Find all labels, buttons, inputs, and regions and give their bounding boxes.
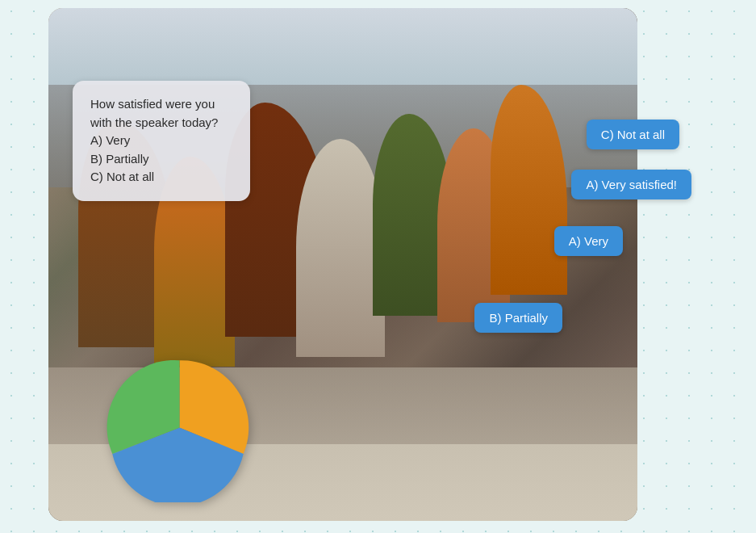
- answer-very-label: A) Very: [569, 234, 608, 248]
- question-text: How satisfied were you with the speaker …: [90, 95, 232, 187]
- answer-partially-label: B) Partially: [489, 311, 548, 325]
- answer-bubble-very: A) Very: [554, 226, 623, 256]
- answer-bubble-not-at-all: C) Not at all: [587, 120, 679, 149]
- person-7: [491, 85, 567, 295]
- pie-chart-container: [105, 353, 254, 502]
- answer-bubble-partially: B) Partially: [474, 303, 562, 333]
- answer-not-at-all-label: C) Not at all: [601, 128, 665, 141]
- answer-bubble-very-satisfied: A) Very satisfied!: [571, 170, 691, 199]
- answer-very-satisfied-label: A) Very satisfied!: [586, 178, 677, 191]
- pie-chart-svg: [105, 353, 254, 502]
- question-bubble: How satisfied were you with the speaker …: [73, 81, 250, 201]
- person-4: [296, 139, 385, 357]
